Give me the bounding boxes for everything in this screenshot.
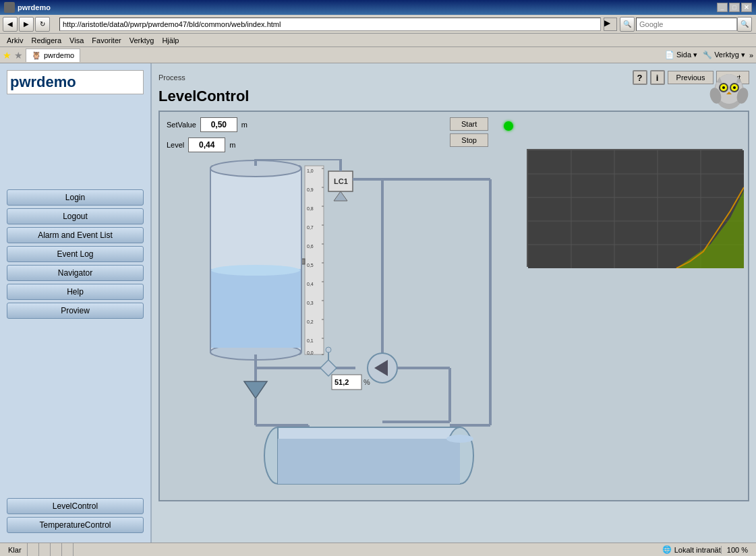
level-display: 0,44 [188, 137, 225, 152]
extra-controls-icon[interactable]: » [749, 51, 753, 59]
address-input[interactable] [59, 18, 601, 31]
owl-icon [709, 70, 749, 111]
svg-text:0,6: 0,6 [307, 244, 314, 249]
previous-button[interactable]: Previous [668, 71, 714, 84]
sidebar-btn-logout[interactable]: Logout [7, 208, 144, 224]
sidebar-btn-navigator[interactable]: Navigator [7, 265, 144, 281]
app-icon [4, 2, 15, 13]
svg-point-69 [326, 347, 331, 352]
menu-visa[interactable]: Visa [65, 35, 88, 46]
sidebar-btn-help[interactable]: Help [7, 284, 144, 300]
search-submit-button[interactable]: 🔍 [737, 17, 752, 32]
svg-text:LC1: LC1 [334, 177, 348, 185]
control-buttons: Start Stop [450, 117, 488, 147]
level-row: Level 0,44 m [167, 137, 235, 152]
status-pad2 [39, 543, 51, 556]
svg-marker-67 [320, 360, 337, 376]
sidebar-btn-alarm[interactable]: Alarm and Event List [7, 227, 144, 243]
tab-icon: 🦉 [32, 51, 41, 60]
status-pad4 [62, 543, 74, 556]
zoom-level: 100 % [721, 546, 753, 554]
minimize-button[interactable]: _ [717, 3, 728, 12]
status-pad1 [28, 543, 39, 556]
setvalue-row: SetValue 0,50 m [167, 117, 248, 132]
svg-point-7 [733, 86, 736, 89]
diagram-area: SetValue 0,50 m Level 0,44 m Start Stop [158, 111, 749, 501]
svg-text:%: % [364, 378, 370, 386]
start-button[interactable]: Start [450, 117, 488, 131]
browser-toolbar: ◀ ▶ ↻ ▶ 🔍 🔍 [0, 15, 756, 34]
status-led [504, 121, 513, 131]
network-label: Lokalt intranät [674, 546, 721, 554]
status-text: Klar [3, 543, 28, 556]
favorites-star-icon[interactable]: ★ [3, 50, 11, 61]
sidebar-spacer-bottom [7, 321, 144, 498]
sidebar-spacer-top [7, 101, 144, 189]
svg-text:0,9: 0,9 [307, 187, 314, 192]
refresh-button[interactable]: ↻ [35, 17, 50, 32]
menu-favoriter[interactable]: Favoriter [88, 35, 125, 46]
svg-rect-79 [278, 439, 460, 484]
window-controls: _ □ ✕ [717, 3, 752, 12]
menu-bar: Arkiv Redigera Visa Favoriter Verktyg Hj… [0, 34, 756, 47]
forward-button[interactable]: ▶ [19, 17, 34, 32]
svg-text:51,2: 51,2 [335, 378, 349, 386]
menu-hjalp[interactable]: Hjälp [158, 35, 183, 46]
sidebar-link-temperaturecontrol[interactable]: TemperatureControl [7, 517, 144, 533]
menu-arkiv[interactable]: Arkiv [3, 35, 27, 46]
svg-point-52 [211, 265, 300, 276]
svg-text:0,7: 0,7 [307, 225, 314, 230]
search-icon: 🔍 [620, 17, 635, 32]
sidebar: pwrdemo Login Logout Alarm and Event Lis… [0, 63, 152, 543]
setvalue-display: 0,50 [200, 117, 237, 132]
info-button[interactable]: i [650, 70, 665, 85]
maximize-button[interactable]: □ [729, 3, 740, 12]
back-button[interactable]: ◀ [3, 17, 18, 32]
tools-icon[interactable]: 🔧 Verktyg ▾ [703, 51, 745, 59]
svg-text:0,8: 0,8 [307, 206, 314, 211]
search-input[interactable] [636, 18, 737, 31]
sidebar-link-levelcontrol[interactable]: LevelControl [7, 498, 144, 514]
main-container: pwrdemo Login Logout Alarm and Event Lis… [0, 63, 756, 543]
window-title: pwrdemo [18, 3, 51, 11]
status-bar: Klar 🌐 Lokalt intranät 100 % [0, 543, 756, 556]
process-header: Process ? i Previous Next [158, 70, 749, 85]
process-label: Process [158, 73, 185, 82]
svg-rect-23 [305, 166, 324, 354]
svg-text:0,4: 0,4 [307, 282, 314, 286]
network-status: 🌐 Lokalt intranät [662, 545, 721, 554]
setvalue-label: SetValue [167, 121, 196, 129]
menu-redigera[interactable]: Redigera [27, 35, 65, 46]
level-label: Level [167, 141, 184, 149]
stop-button[interactable]: Stop [450, 133, 488, 147]
sidebar-btn-login[interactable]: Login [7, 189, 144, 206]
svg-marker-62 [244, 381, 267, 398]
sidebar-btn-proview[interactable]: Proview [7, 303, 144, 319]
svg-text:0,3: 0,3 [307, 301, 314, 305]
svg-text:0,5: 0,5 [307, 263, 314, 268]
page-title: LevelControl [158, 88, 749, 105]
svg-text:0,1: 0,1 [307, 338, 314, 343]
setvalue-unit: m [241, 121, 248, 129]
svg-marker-55 [334, 191, 347, 201]
page-tools-icon[interactable]: 📄 Sida ▾ [665, 51, 697, 59]
level-unit: m [229, 141, 235, 149]
tab-label: pwrdemo [44, 51, 74, 59]
svg-point-6 [722, 86, 725, 89]
svg-text:0,0: 0,0 [307, 350, 314, 355]
menu-verktyg[interactable]: Verktyg [125, 35, 158, 46]
sidebar-btn-eventlog[interactable]: Event Log [7, 246, 144, 262]
svg-text:1,0: 1,0 [307, 168, 314, 173]
page-controls: 📄 Sida ▾ 🔧 Verktyg ▾ » [665, 51, 753, 59]
title-bar: pwrdemo _ □ ✕ [0, 0, 756, 15]
status-pad3 [51, 543, 62, 556]
add-favorite-icon[interactable]: ★ [14, 50, 23, 61]
svg-rect-51 [211, 269, 301, 348]
svg-text:0,2: 0,2 [307, 319, 314, 324]
content-area: Process ? i Previous Next [152, 63, 756, 543]
tab-pwrdemo[interactable]: 🦉 pwrdemo [26, 49, 80, 62]
help-button[interactable]: ? [633, 70, 647, 85]
go-button[interactable]: ▶ [604, 18, 617, 31]
sidebar-title: pwrdemo [7, 70, 144, 94]
close-button[interactable]: ✕ [741, 3, 752, 12]
